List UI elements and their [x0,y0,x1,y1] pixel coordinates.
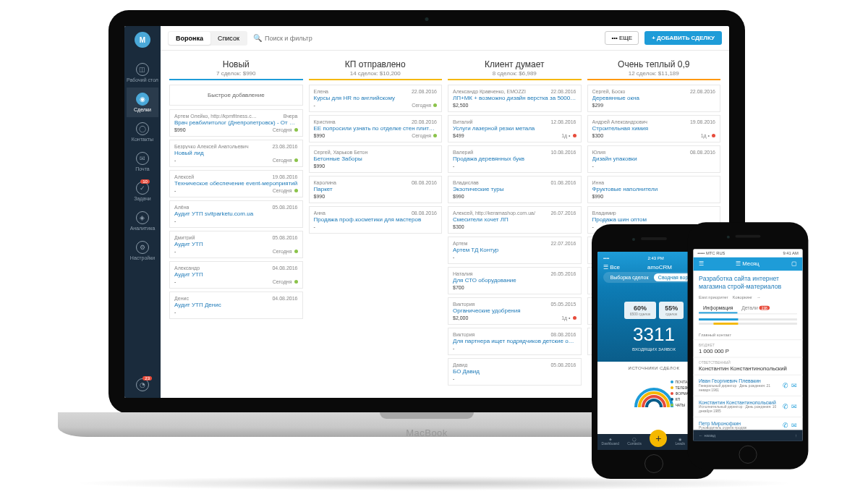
deal-card[interactable]: Виктория05.05.2015Органические удобрения… [448,297,582,325]
card-date: 08.08.2016 [550,332,576,337]
column-title: Клиент думает [448,59,582,69]
nav-item-6[interactable]: ⚙Настройки [127,236,158,265]
notifications-button[interactable]: ◔ 23 [124,373,161,398]
card-date: 22.08.2016 [412,89,437,94]
contact-row[interactable]: Иван Георгиевич ПлевакинГенеральный дире… [693,375,802,396]
search-input[interactable] [265,35,599,42]
list-view-button[interactable]: Список [210,32,247,45]
card-status: 1д • [561,133,576,138]
nav-item-0[interactable]: ◫Рабочий стол [127,58,158,88]
deal-card[interactable]: Каролина08.08.2016Паркет$990 [309,176,443,203]
deal-card[interactable]: ИннаФруктовые наполнители$990 [587,176,721,203]
deal-card[interactable]: Андрей Александрович19.08.2016Строительн… [587,115,721,142]
deal-card[interactable]: Давид05.08.2016БО Давид- [448,358,582,386]
nav-item-4[interactable]: ✓Задачи10 [127,176,158,206]
view-toggle: Воронка Список [168,31,247,46]
deal-card[interactable]: Артем22.07.2016Артем ТД Контур- [448,237,582,264]
nav-item-3[interactable]: ✉Почта [127,147,158,176]
home-button[interactable] [644,454,663,473]
card-from: Андрей Александрович [592,119,647,124]
nav-item-5[interactable]: ◈Аналитика [127,206,158,236]
tab-info[interactable]: Информация [699,303,737,314]
deal-card[interactable]: Виктория08.08.2016Для партнера ищет подр… [448,328,582,355]
card-title: Аудит УТП [174,271,298,278]
add-button[interactable]: + [650,430,667,447]
card-from: Владимир [592,210,616,216]
deal-card[interactable]: Дмитрий05.08.2016Аудит УТП-Сегодня [169,231,303,258]
column-subtitle: 12 сделок: $11,189 [587,70,721,77]
card-from: Каролина [314,180,336,185]
add-deal-button[interactable]: + ДОБАВИТЬ СДЕЛКУ [644,31,722,45]
deal-card[interactable]: Безручко Алексей Анатольевич23.08.2016Но… [169,140,303,167]
deal-card[interactable]: Юлия08.08.2016Дизайн упаковки- [587,145,721,173]
phone-icon[interactable]: ✆ [783,382,788,389]
nav-item-1[interactable]: ◉Сделки [127,88,158,117]
deal-card[interactable]: Елена22.08.2016Курсы для HR по английско… [309,85,443,112]
logo-icon[interactable]: M [135,32,150,48]
deal-card[interactable]: Артем Олейко, http://kpmfitness.com.ua/В… [169,109,303,137]
card-date: 05.05.2015 [550,302,576,307]
card-from: Наталия [453,271,473,276]
month-label[interactable]: ☰ Месяц [736,261,759,268]
deal-card[interactable]: Александр04.08.2016Аудит УТП-Сегодня [169,261,303,289]
square-icon[interactable]: ▢ [791,261,797,268]
more-button[interactable]: ••• ЕЩЕ [605,31,639,45]
card-title: Продажа проф.косметики для мастеров [314,216,438,223]
nav-item-2[interactable]: ◯Контакты [127,117,158,147]
deal-card[interactable]: Валерий10.08.2016Продажа деревянных букв… [448,145,582,173]
deal-card[interactable]: Кристина20.08.2016ЕЕ попросили узнать по… [309,115,443,142]
back-button[interactable]: ← назад [699,433,715,438]
deal-card[interactable]: Алёна05.08.2016Аудит УТП svitparketu.com… [169,200,303,228]
chat-icon[interactable]: ✉ [791,422,797,430]
card-title: Аудит УТП Денис [174,302,298,308]
deal-card[interactable]: Владислав01.08.2016Экзотические туры$990 [448,176,582,203]
card-title: Паркет [314,186,438,192]
deal-card[interactable]: Алексей, http://keramashop.com.ua/26.07.… [448,206,582,234]
contact-name: Петр Миронофкин [699,421,746,426]
topbar: Воронка Список 🔍 ••• ЕЩЕ + ДОБАВИТЬ СДЕЛ… [161,26,729,51]
deal-card[interactable]: Денис04.08.2016Аудит УТП Денис- [169,292,303,319]
deal-card[interactable]: Александр Кравченко, EMOZZI22.08.2016ЛП+… [448,85,582,112]
home-button[interactable] [739,446,757,464]
card-amount: - [453,376,454,381]
menu-icon[interactable]: ☰ [699,261,704,268]
deal-card[interactable]: Наталия26.05.2016Для СТО оборудование$70… [448,267,582,294]
chat-icon[interactable]: ✉ [791,403,797,410]
card-from: Александр Кравченко, EMOZZI [453,89,526,94]
menu-button[interactable]: ☰ Все [603,264,620,271]
deal-card[interactable]: Сергей, Харьков БетонБетонные Заборы$990 [309,145,443,173]
nav-leads[interactable]: ◉Leads [675,437,685,447]
phone-speaker-icon [641,237,667,240]
card-date: 01.08.2016 [550,180,576,185]
card-from: Сергей, Харьков Бетон [314,150,368,155]
deal-card[interactable]: Алексей19.08.2016Техническое обеспечение… [169,170,303,197]
deal-card[interactable]: Сергей, Боско22.08.2016Деревянные окна$2… [587,85,721,112]
meta-arrow-icon[interactable]: → [757,296,761,300]
nav-dashboard[interactable]: ◈Dashboard [602,437,619,447]
card-amount: $990 [174,127,186,132]
tab-details[interactable]: Детали238 [737,303,773,314]
nav-contacts[interactable]: ◯Contacts [627,437,642,447]
card-amount: $990 [592,194,604,199]
card-date: 23.08.2016 [272,144,297,149]
chat-icon[interactable]: ✉ [791,382,797,389]
card-date: 19.08.2016 [272,174,297,179]
card-title: Артем ТД Контур [453,247,576,253]
card-date: 22.08.2016 [690,89,715,94]
card-from: Анна [314,210,326,216]
deal-card[interactable]: Анна08.08.2016Продажа проф.косметики для… [309,206,443,234]
card-title: Услуги лазерной резки метала [453,125,576,132]
card-amount: - [174,188,176,193]
deal-card[interactable]: Виталий12.08.2016Услуги лазерной резки м… [448,115,582,142]
quick-add-button[interactable]: Быстрое добавление [169,85,303,106]
contact-row[interactable]: Константин КонстантинопольскийИсполнител… [693,396,802,417]
tab-deals-selection[interactable]: Выборка сделок [605,273,654,281]
stat-card: 60%6500 сделок [624,302,657,319]
funnel-view-button[interactable]: Воронка [169,32,210,45]
card-date: 26.07.2016 [550,210,576,216]
phone-icon[interactable]: ✆ [783,403,788,410]
section-header: Главный контакт [693,331,802,341]
notif-badge: 23 [142,376,152,380]
phone-icon[interactable]: ✆ [783,422,788,430]
up-button[interactable]: ↑ [795,433,797,438]
